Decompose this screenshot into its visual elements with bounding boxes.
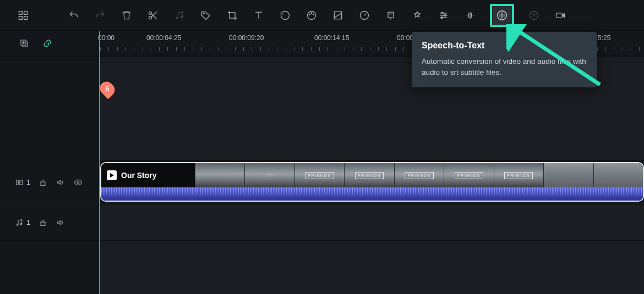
lock-icon[interactable]: [38, 177, 48, 187]
svg-rect-3: [24, 16, 28, 19]
thumb: FRIENDS: [494, 163, 543, 187]
speaker-icon[interactable]: [56, 177, 66, 187]
thumb: FRIENDS: [294, 163, 344, 187]
crop-icon[interactable]: [226, 9, 239, 22]
add-track-icon[interactable]: [19, 38, 30, 49]
ruler-tick: 00:00: [98, 34, 114, 42]
audio-track-index: 1: [26, 219, 30, 226]
ruler-tick: 00:00:04:25: [146, 34, 181, 42]
svg-point-10: [309, 14, 310, 15]
lock-icon[interactable]: [38, 218, 48, 228]
play-icon: [107, 170, 117, 180]
video-track-icon[interactable]: [14, 177, 24, 187]
audio-sync-icon[interactable]: [173, 9, 186, 22]
svg-rect-0: [19, 11, 23, 14]
delete-icon[interactable]: [120, 9, 133, 22]
video-track[interactable]: Our Story FRIENDS FRIENDS FRIENDS FRIEND…: [99, 160, 644, 204]
svg-rect-15: [388, 12, 394, 18]
tracks-area: 1 1: [0, 56, 644, 294]
svg-point-26: [17, 224, 18, 225]
clip-thumbnails: FRIENDS FRIENDS FRIENDS FRIENDS FRIENDS: [195, 163, 643, 187]
svg-point-27: [20, 223, 22, 225]
video-track-index: 1: [26, 179, 30, 186]
clip-waveform: [101, 187, 643, 201]
speed-icon[interactable]: [358, 9, 371, 22]
mask-icon[interactable]: [331, 9, 345, 22]
audio-track-header: 1: [0, 204, 99, 241]
tag-icon[interactable]: [199, 9, 212, 22]
rotate-icon[interactable]: [279, 9, 292, 22]
svg-point-6: [176, 17, 178, 19]
ruler-tick: 00:00:14:15: [314, 34, 349, 42]
undo-icon[interactable]: [67, 9, 80, 22]
text-icon[interactable]: [252, 9, 265, 22]
svg-point-12: [313, 14, 314, 15]
voice-changer-icon[interactable]: [463, 9, 477, 22]
toolbar: [0, 0, 644, 31]
effects-icon[interactable]: [411, 9, 424, 22]
empty-track-area: [99, 241, 644, 294]
record-icon[interactable]: [554, 9, 567, 22]
thumb: [195, 163, 244, 187]
video-clip[interactable]: Our Story FRIENDS FRIENDS FRIENDS FRIEND…: [100, 162, 644, 202]
color-icon[interactable]: [305, 9, 318, 22]
music-icon[interactable]: [14, 218, 24, 228]
svg-point-7: [181, 16, 183, 18]
thumb: [244, 163, 294, 187]
thumb: FRIENDS: [444, 163, 493, 187]
redo-icon[interactable]: [94, 9, 107, 22]
svg-point-11: [311, 13, 312, 14]
svg-rect-24: [41, 182, 45, 185]
svg-rect-2: [19, 16, 23, 19]
clip-label: Our Story: [101, 163, 195, 187]
track-spacer: [0, 56, 99, 160]
svg-rect-1: [24, 11, 28, 14]
link-icon[interactable]: [42, 38, 53, 49]
thumb: [593, 163, 643, 187]
svg-point-25: [77, 181, 79, 184]
layouts-icon[interactable]: [17, 9, 30, 22]
text-to-speech-icon[interactable]: [527, 9, 541, 22]
eye-icon[interactable]: [73, 177, 83, 187]
audio-track[interactable]: [99, 204, 644, 241]
split-icon[interactable]: [146, 9, 160, 22]
svg-rect-28: [41, 222, 45, 225]
speaker-icon[interactable]: [56, 218, 66, 228]
tooltip-body: Automatic conversion of video and audio …: [422, 56, 587, 77]
video-track-header: 1: [0, 160, 99, 204]
svg-point-8: [203, 13, 204, 14]
playhead[interactable]: [99, 31, 100, 294]
ruler-tick: 5:25: [598, 34, 610, 42]
thumb: [543, 163, 593, 187]
tooltip-title: Speech-to-Text: [422, 41, 587, 51]
tracks-left: 1 1: [0, 56, 99, 294]
track-spacer: [0, 241, 99, 294]
adjust-icon[interactable]: [437, 9, 450, 22]
speech-to-text-tooltip: Speech-to-Text Automatic conversion of v…: [412, 32, 597, 87]
svg-rect-21: [556, 13, 563, 17]
tracks-right[interactable]: 6 Our Story FRIENDS FRIENDS: [99, 56, 644, 294]
thumb: FRIENDS: [344, 163, 394, 187]
timeline-head-controls: [0, 31, 99, 56]
thumb: FRIENDS: [394, 163, 444, 187]
speech-to-text-button[interactable]: [490, 4, 514, 27]
ruler-tick: 00:00:09:20: [229, 34, 264, 42]
marker-icon[interactable]: [384, 9, 397, 22]
marker-label: 6: [106, 85, 110, 93]
clip-title: Our Story: [121, 171, 157, 180]
